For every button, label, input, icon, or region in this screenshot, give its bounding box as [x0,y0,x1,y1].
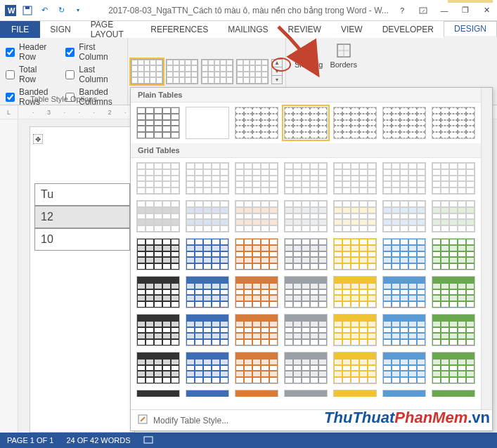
style-thumb[interactable] [333,314,377,346]
style-thumb[interactable] [284,314,328,346]
tab-file[interactable]: FILE [0,21,40,38]
help-icon[interactable]: ? [392,0,413,21]
status-proofing-icon[interactable] [143,435,153,446]
checkbox-header-row[interactable]: Header Row [6,42,53,62]
tab-mailings[interactable]: MAILINGS [218,21,278,38]
style-thumb[interactable] [382,107,426,139]
style-thumb[interactable] [235,107,278,139]
style-thumb[interactable] [236,59,269,84]
style-thumb[interactable] [201,59,233,84]
gallery-more-button[interactable]: ▲ ▼ ▾ [271,59,283,84]
style-thumb[interactable] [136,238,180,270]
dropdown-scrollbar[interactable] [481,88,492,414]
style-thumb[interactable] [235,200,278,232]
tab-view[interactable]: VIEW [331,21,373,38]
tab-references[interactable]: REFERENCES [141,21,218,38]
style-thumb[interactable] [186,352,229,384]
maximize-icon[interactable]: ❐ [455,0,476,21]
style-thumb[interactable] [136,276,180,308]
style-thumb[interactable] [432,352,475,384]
style-thumb[interactable] [333,390,377,397]
style-thumb[interactable] [284,107,328,139]
customize-qa-icon[interactable]: ▾ [70,3,86,18]
style-thumb[interactable] [235,276,278,308]
undo-icon[interactable]: ↶ [37,3,52,18]
style-thumb[interactable] [235,352,278,384]
style-thumb[interactable] [136,352,180,384]
style-thumb[interactable] [284,200,328,232]
redo-icon[interactable]: ↻ [53,3,69,18]
style-thumb[interactable] [284,238,328,270]
style-thumb[interactable] [333,162,377,195]
style-thumb[interactable] [382,352,426,384]
style-thumb[interactable] [432,200,475,232]
save-icon[interactable] [20,3,35,18]
tab-table-design[interactable]: DESIGN [444,21,497,38]
table-cell[interactable]: 10 [34,228,130,251]
style-thumb[interactable] [333,200,377,232]
document-page[interactable]: ✥ Tu 12 10 [30,126,135,433]
style-thumb[interactable] [186,107,229,139]
style-thumb[interactable] [235,238,278,270]
checkbox-first-column[interactable]: First Column [65,42,122,62]
style-thumb[interactable] [432,107,475,139]
style-thumb[interactable] [382,390,426,397]
style-thumb[interactable] [382,200,426,232]
borders-button[interactable]: Borders [330,42,357,69]
style-thumb[interactable] [136,314,180,346]
style-thumb[interactable] [382,162,426,195]
style-thumb[interactable] [382,238,426,270]
tab-page-layout[interactable]: PAGE LAYOUT [81,21,141,38]
style-thumb[interactable] [186,200,229,232]
table-cell[interactable]: 12 [34,206,130,228]
style-thumb[interactable] [186,276,229,308]
style-thumb[interactable] [333,238,377,270]
scroll-up-icon[interactable]: ▲ [272,60,282,68]
close-icon[interactable]: ✕ [476,0,497,21]
plain-tables-grid [131,103,492,143]
status-page[interactable]: PAGE 1 OF 1 [7,436,53,444]
status-words[interactable]: 24 OF 42 WORDS [66,436,130,444]
scroll-down-icon[interactable]: ▼ [272,67,282,76]
style-thumb[interactable] [136,200,180,232]
tab-developer[interactable]: DEVELOPER [373,21,444,38]
table-move-handle[interactable]: ✥ [33,134,43,144]
ruler-vertical[interactable] [0,119,18,433]
style-thumb[interactable] [235,314,278,346]
checkbox-total-row[interactable]: Total Row [6,65,53,84]
style-thumb[interactable] [382,276,426,308]
style-thumb[interactable] [432,314,475,346]
shading-button[interactable]: Shading [295,42,323,69]
style-thumb[interactable] [284,276,328,308]
style-thumb[interactable] [432,238,475,270]
style-thumb[interactable] [186,390,229,397]
minimize-icon[interactable]: — [434,0,455,21]
ribbon-display-icon[interactable] [413,0,434,21]
style-thumb[interactable] [432,390,475,397]
style-thumb[interactable] [333,107,377,139]
style-thumb[interactable] [432,162,475,195]
more-icon[interactable]: ▾ [272,76,282,84]
style-thumb[interactable] [186,238,229,270]
style-thumb[interactable] [333,276,377,308]
style-thumb[interactable] [333,352,377,384]
style-thumb[interactable] [166,59,198,84]
tab-review[interactable]: REVIEW [278,21,331,38]
title-bar: W ↶ ↻ ▾ 2017-08-03_NgaTTN_Cách tô màu ô,… [0,0,497,21]
style-thumb[interactable] [235,390,278,397]
style-thumb[interactable] [284,352,328,384]
style-thumb[interactable] [432,276,475,308]
style-thumb[interactable] [136,162,180,195]
style-thumb[interactable] [284,162,328,195]
style-thumb[interactable] [136,390,180,397]
style-thumb[interactable] [186,162,229,195]
table-cell[interactable]: Tu [34,183,130,206]
style-thumb[interactable] [186,314,229,346]
style-thumb[interactable] [235,162,278,195]
style-thumb[interactable] [284,390,328,397]
checkbox-last-column[interactable]: Last Column [65,65,122,84]
style-thumb[interactable] [131,59,163,84]
style-thumb[interactable] [136,107,180,139]
style-thumb[interactable] [382,314,426,346]
tab-design[interactable]: SIGN [40,21,80,38]
